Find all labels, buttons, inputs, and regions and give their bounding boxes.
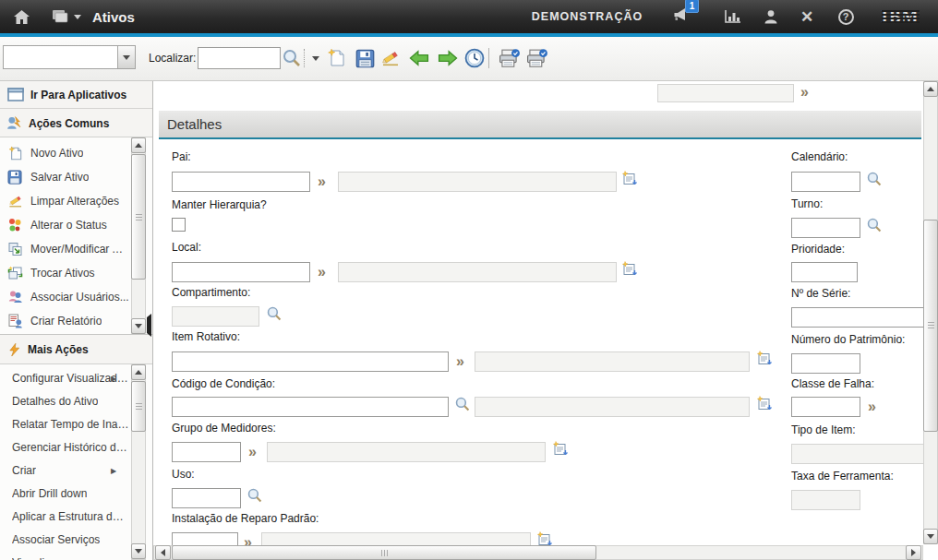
compartimento-lookup-button[interactable] [266, 305, 283, 326]
compartimento-input[interactable] [172, 306, 259, 327]
detail-menu-icon[interactable]: » [318, 173, 323, 191]
long-description-button[interactable] [620, 260, 638, 281]
more-actions-scrollbar-thumb[interactable] [131, 381, 146, 432]
new-record-button[interactable] [323, 45, 349, 71]
scroll-down-button[interactable] [923, 529, 938, 544]
codigo-condicao-input[interactable] [172, 397, 449, 417]
find-input[interactable] [198, 47, 281, 69]
record-combobox-value [4, 46, 117, 68]
details-section-header: Detalhes [159, 111, 921, 139]
grupo-medidores-input[interactable] [172, 442, 241, 462]
magnifier-icon [454, 396, 471, 412]
turno-input[interactable] [791, 218, 860, 238]
sidebar-collapse-handle[interactable] [147, 317, 151, 334]
clear-changes-button[interactable] [379, 45, 404, 71]
taxa-ferramenta-label: Taxa de Ferramenta: [791, 470, 894, 483]
next-record-button[interactable] [434, 45, 460, 71]
sidebar-item-gerenciar-historico[interactable]: Gerenciar Histórico de P... [0, 435, 129, 459]
sidebar-item-mover-modificar[interactable]: Mover/Modificar At... [0, 237, 129, 261]
detail-menu-icon[interactable]: » [248, 443, 254, 461]
numero-serie-input[interactable] [791, 307, 926, 328]
numero-patrimonio-label: Número do Patrimônio: [791, 333, 905, 346]
window-icon [7, 88, 24, 101]
close-button[interactable]: ✕ [795, 0, 819, 33]
item-rotativo-input[interactable] [172, 351, 449, 372]
search-button[interactable] [279, 45, 305, 71]
detail-menu-icon[interactable]: » [800, 83, 806, 101]
close-icon: ✕ [800, 7, 813, 27]
long-description-button[interactable] [755, 395, 773, 416]
sidebar-item-visualizar[interactable]: Visualizar▶ [0, 551, 129, 560]
scroll-right-button[interactable] [906, 545, 921, 560]
uso-input[interactable] [172, 488, 241, 508]
detail-menu-icon[interactable]: » [456, 352, 462, 371]
classe-falha-label: Classe de Falha: [791, 377, 874, 390]
uso-lookup-button[interactable] [247, 487, 263, 507]
instalacao-reparo-label: Instalação de Reparo Padrão: [172, 512, 319, 525]
sidebar-item-associar-servicos[interactable]: Associar Serviços [0, 528, 129, 552]
sidebar-item-limpar-alteracoes[interactable]: Limpar Alterações [0, 189, 129, 213]
reports-button[interactable] [721, 0, 745, 33]
goto-applications-button[interactable] [51, 0, 82, 33]
more-actions-list: Configurar Visualizador .▶ Detalhes do A… [0, 363, 152, 560]
calendario-lookup-button[interactable] [866, 171, 883, 191]
save-icon [7, 170, 22, 185]
calendario-input[interactable] [791, 172, 860, 192]
page-title: Ativos [92, 0, 166, 33]
long-description-button[interactable] [755, 350, 773, 371]
print-attachments-button[interactable] [523, 45, 549, 71]
numero-patrimonio-input[interactable] [791, 353, 860, 374]
print-button[interactable] [496, 45, 522, 71]
long-description-icon [755, 395, 773, 412]
horizontal-scrollbar-thumb[interactable] [172, 545, 596, 560]
long-description-button[interactable] [620, 170, 638, 191]
profile-button[interactable] [759, 0, 783, 33]
common-actions-list: Novo Ativo Salvar Ativo Limpar Alteraçõe… [0, 137, 152, 335]
sidebar-item-novo-ativo[interactable]: Novo Ativo [0, 141, 129, 165]
more-actions-scroll-up-button[interactable] [131, 364, 146, 380]
common-actions-scroll-down-button[interactable] [131, 318, 146, 334]
manter-hierarquia-checkbox[interactable] [172, 218, 186, 232]
grupo-medidores-label: Grupo de Medidores: [172, 422, 276, 435]
help-button[interactable]: ? [834, 0, 858, 33]
common-actions-scrollbar-thumb[interactable] [131, 154, 146, 280]
local-input[interactable] [172, 262, 310, 282]
sidebar-item-criar-relatorio[interactable]: Criar Relatório [0, 309, 129, 333]
record-combobox-caret-button[interactable] [117, 46, 135, 68]
sidebar-item-abrir-drilldown[interactable]: Abrir Drill down [0, 482, 129, 506]
sidebar-item-trocar-ativos[interactable]: Trocar Ativos [0, 261, 129, 285]
sidebar-item-salvar-ativo[interactable]: Salvar Ativo [0, 165, 129, 189]
sidebar-item-configurar-visualizador[interactable]: Configurar Visualizador .▶ [0, 366, 129, 390]
common-actions-scroll-up-button[interactable] [131, 137, 146, 153]
sidebar-item-criar[interactable]: Criar▶ [0, 459, 129, 483]
scroll-left-button[interactable] [155, 545, 171, 560]
search-options-button[interactable] [308, 45, 323, 71]
scroll-up-button[interactable] [923, 81, 938, 97]
magnifier-icon [282, 48, 302, 68]
sidebar-item-associar-usuarios[interactable]: Associar Usuários... [0, 285, 129, 309]
record-combobox[interactable] [3, 45, 136, 69]
sidebar-item-detalhes-do-ativo[interactable]: Detalhes do Ativo [0, 389, 129, 413]
sidebar-item-alterar-status[interactable]: Alterar o Status [0, 213, 129, 237]
goto-applications-link[interactable]: Ir Para Aplicativos [0, 81, 152, 109]
more-actions-scroll-down-button[interactable] [131, 543, 146, 559]
maximo-app-window: Ativos DEMONSTRAÇÃO 1 ✕ [0, 0, 938, 560]
prioridade-input[interactable] [791, 262, 858, 282]
sidebar-item-aplicar-estrutura[interactable]: Aplicar a Estrutura de C... [0, 505, 129, 529]
codigo-condicao-description-field [475, 397, 750, 417]
sidebar-item-relatar-tempo[interactable]: Relatar Tempo de Inativi... [0, 412, 129, 436]
classe-falha-input[interactable] [791, 397, 860, 417]
notifications-button[interactable]: 1 [668, 0, 696, 33]
long-description-button[interactable] [551, 440, 569, 461]
vertical-scrollbar-thumb[interactable] [923, 220, 938, 432]
detail-menu-icon[interactable]: » [868, 398, 873, 416]
home-button[interactable] [9, 0, 33, 33]
previous-record-button[interactable] [406, 45, 432, 71]
turno-lookup-button[interactable] [866, 217, 883, 237]
pai-input[interactable] [172, 172, 310, 192]
save-button[interactable] [352, 45, 378, 71]
long-description-icon [620, 260, 638, 278]
codigo-condicao-lookup-button[interactable] [454, 396, 471, 416]
detail-menu-icon[interactable]: » [318, 263, 323, 281]
history-button[interactable] [462, 45, 487, 71]
